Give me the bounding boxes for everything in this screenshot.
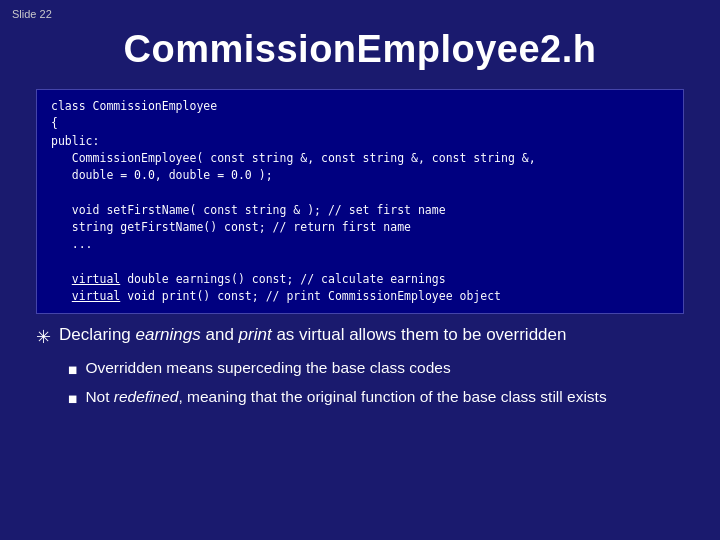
earnings-italic: earnings	[136, 325, 201, 344]
code-content: class CommissionEmployee { public: Commi…	[51, 98, 669, 305]
sub-bullet-symbol-2: ■	[68, 388, 77, 410]
print-italic: print	[239, 325, 272, 344]
bullet-text: Declaring earnings and print as virtual …	[59, 324, 566, 347]
sub-bullet-1: ■ Overridden means superceding the base …	[68, 357, 684, 381]
code-line-1: class CommissionEmployee { public: Commi…	[51, 99, 536, 303]
sub-bullet-text-2: Not redefined, meaning that the original…	[85, 386, 606, 408]
sub-bullets: ■ Overridden means superceding the base …	[68, 357, 684, 409]
slide-label: Slide 22	[12, 8, 52, 20]
sub-bullet-2: ■ Not redefined, meaning that the origin…	[68, 386, 684, 410]
bullets-section: ✳ Declaring earnings and print as virtua…	[36, 324, 684, 410]
redefined-italic: redefined	[114, 388, 179, 405]
sub-bullet-symbol-1: ■	[68, 359, 77, 381]
main-bullet: ✳ Declaring earnings and print as virtua…	[36, 324, 684, 349]
sub-bullet-text-1: Overridden means superceding the base cl…	[85, 357, 450, 379]
code-block: class CommissionEmployee { public: Commi…	[36, 89, 684, 314]
slide-title: CommissionEmployee2.h	[0, 0, 720, 89]
bullet-symbol: ✳	[36, 325, 51, 349]
